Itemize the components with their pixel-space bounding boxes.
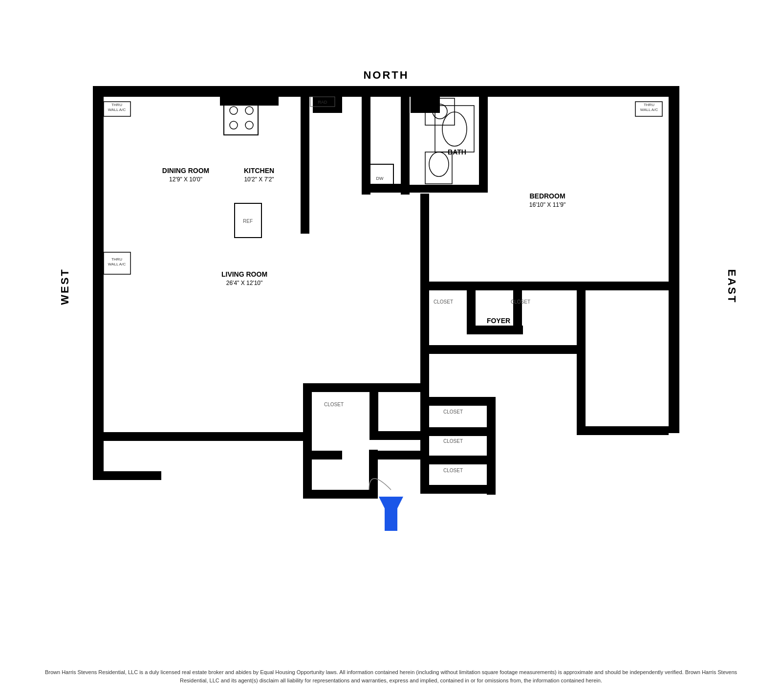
closet3-label: CLOSET (324, 402, 344, 407)
svg-rect-25 (513, 282, 522, 330)
living-room-size: 26'4" X 12'10" (226, 280, 263, 286)
svg-rect-47 (420, 456, 429, 486)
svg-rect-45 (420, 427, 429, 457)
svg-text:THRU: THRU (644, 103, 654, 107)
kitchen-label: KITCHEN (244, 167, 274, 175)
svg-rect-41 (420, 353, 429, 397)
svg-rect-29 (577, 426, 669, 435)
living-room-label: LIVING ROOM (221, 270, 267, 278)
svg-point-57 (230, 107, 238, 114)
svg-rect-18 (401, 185, 488, 193)
kitchen-size: 10'2" X 7'2" (244, 176, 274, 183)
svg-rect-35 (369, 383, 378, 432)
closet1-label: CLOSET (434, 299, 453, 305)
svg-point-60 (245, 121, 253, 129)
svg-text:WALL A/C: WALL A/C (640, 108, 658, 112)
svg-rect-17 (479, 97, 488, 185)
svg-text:WALL A/C: WALL A/C (108, 108, 126, 112)
dining-room-label: DINING ROOM (162, 167, 209, 175)
svg-rect-27 (420, 326, 429, 334)
svg-rect-30 (669, 426, 679, 433)
svg-rect-49 (487, 397, 496, 495)
bedroom-label: BEDROOM (529, 192, 565, 200)
svg-rect-51 (93, 267, 104, 276)
svg-rect-23 (420, 282, 670, 290)
svg-rect-48 (420, 485, 489, 494)
svg-rect-44 (420, 427, 489, 436)
svg-rect-39 (369, 450, 378, 492)
svg-rect-56 (224, 101, 258, 135)
svg-rect-50 (93, 233, 104, 241)
svg-rect-36 (369, 431, 421, 440)
svg-rect-7 (93, 86, 191, 97)
svg-rect-32 (303, 383, 420, 392)
svg-rect-10 (371, 86, 386, 97)
floorplan-container: REF NORTH EAST WEST DINING ROOM 12'9" X … (29, 29, 753, 641)
svg-rect-28 (577, 282, 586, 428)
closet6-label: CLOSET (443, 468, 463, 473)
svg-rect-2 (93, 418, 104, 433)
svg-rect-71 (385, 506, 397, 531)
svg-rect-24 (467, 282, 476, 330)
svg-rect-37 (303, 451, 312, 490)
closet2-label: CLOSET (511, 299, 530, 305)
svg-rect-12 (469, 86, 494, 97)
svg-rect-43 (420, 397, 429, 428)
svg-point-58 (245, 107, 253, 114)
svg-rect-46 (420, 456, 489, 464)
svg-rect-3 (93, 432, 303, 441)
closet4-label: CLOSET (443, 409, 463, 415)
svg-point-59 (230, 121, 238, 129)
svg-text:THRU: THRU (111, 257, 122, 262)
svg-rect-9 (313, 86, 342, 113)
svg-rect-40 (303, 490, 378, 499)
svg-rect-14 (301, 97, 309, 234)
svg-point-64 (429, 152, 449, 176)
bedroom-size: 16'10" X 11'9" (529, 201, 566, 208)
closet5-label: CLOSET (443, 438, 463, 444)
svg-rect-16 (401, 97, 410, 195)
east-label: EAST (726, 269, 738, 304)
disclaimer-text: Brown Harris Stevens Residential, LLC is… (39, 668, 743, 685)
svg-rect-42 (420, 397, 489, 406)
svg-rect-13 (591, 86, 670, 97)
dining-room-size: 12'9" X 10'0" (169, 176, 202, 183)
svg-text:THRU: THRU (111, 103, 122, 107)
west-label: WEST (59, 268, 71, 305)
svg-text:WALL A/C: WALL A/C (108, 262, 126, 266)
svg-rect-4 (93, 432, 104, 471)
svg-rect-8 (220, 86, 279, 106)
foyer-label: FOYER (487, 317, 510, 325)
svg-text:RAD: RAD (318, 100, 327, 105)
svg-rect-33 (303, 383, 312, 452)
svg-text:REF: REF (243, 219, 253, 224)
svg-rect-5 (93, 471, 161, 480)
north-label: NORTH (363, 69, 409, 81)
foyer-size: 17'6" X 5'10" (482, 326, 515, 333)
bath-label: BATH (448, 148, 466, 156)
svg-rect-6 (669, 86, 679, 428)
svg-rect-31 (420, 345, 577, 354)
svg-text:DW: DW (376, 176, 384, 181)
